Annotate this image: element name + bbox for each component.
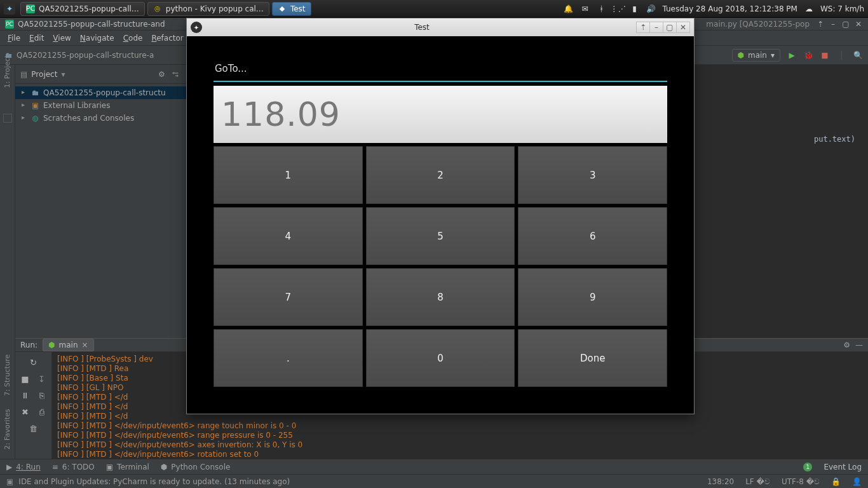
tree-node-project-root[interactable]: 🖿QA52021255-popup-call-structu xyxy=(15,86,186,99)
ide-close-icon[interactable]: ✕ xyxy=(854,20,863,29)
ide-title-right: main.py [QA52021255-pop xyxy=(706,20,810,29)
gutter-tab-structure[interactable]: 7: Structure xyxy=(4,355,12,396)
minimize-icon[interactable]: — xyxy=(855,341,863,349)
pause-icon[interactable]: ⏸ xyxy=(19,389,32,402)
pycharm-icon: PC xyxy=(26,4,35,13)
python-icon: ⬢ xyxy=(738,51,744,60)
tree-node-scratches[interactable]: ◍Scratches and Consoles xyxy=(15,112,186,125)
tool-run[interactable]: ▶ 4: Run xyxy=(6,463,41,471)
taskbar-app-pycharm[interactable]: PC QA52021255-popup-call… xyxy=(20,2,145,16)
editor-code-fragment: put.text) xyxy=(814,135,855,144)
encoding[interactable]: UTF-8 �ව xyxy=(782,477,820,486)
pycharm-icon: PC xyxy=(5,20,14,29)
debug-icon[interactable]: 🐞 xyxy=(803,50,813,60)
key-0[interactable]: 0 xyxy=(366,329,515,387)
wifi-icon[interactable]: ⋮⋰ xyxy=(613,4,623,14)
kivy-body: GoTo... 118.09 1 2 3 4 5 6 7 8 9 . 0 Don… xyxy=(187,36,694,414)
window-close-icon[interactable]: ✕ xyxy=(676,22,690,33)
popup-divider xyxy=(214,81,667,82)
menu-edit[interactable]: Edit xyxy=(25,32,48,44)
key-8[interactable]: 8 xyxy=(366,268,515,326)
menu-code[interactable]: Code xyxy=(119,32,147,44)
kivy-title: Test xyxy=(207,23,637,32)
run-icon[interactable]: ▶ xyxy=(787,50,797,60)
window-icon[interactable]: ▣ xyxy=(6,477,13,486)
python-icon: ⬢ xyxy=(48,341,55,349)
key-4[interactable]: 4 xyxy=(214,207,363,265)
stop-icon[interactable]: ■ xyxy=(820,50,830,60)
stop-icon[interactable]: ■ xyxy=(19,372,32,385)
key-5[interactable]: 5 xyxy=(366,207,515,265)
gear-icon[interactable]: ⚙ xyxy=(843,341,850,349)
gutter-tab-project[interactable]: 1: Project xyxy=(3,55,11,88)
bluetooth-icon[interactable]: ᚼ xyxy=(596,4,606,14)
taskbar-app-kivy[interactable]: ◆ Test xyxy=(272,2,311,16)
gutter-tab-favorites[interactable]: 2: Favorites xyxy=(4,409,12,450)
tree-node-external-libs[interactable]: ▣External Libraries xyxy=(15,99,186,112)
weather-icon[interactable]: ☁ xyxy=(804,4,814,14)
gear-icon[interactable]: ⚙ xyxy=(158,70,167,79)
tool-terminal[interactable]: ▣ Terminal xyxy=(106,463,149,471)
menu-view[interactable]: View xyxy=(49,32,74,44)
key-6[interactable]: 6 xyxy=(518,207,667,265)
menu-refactor[interactable]: Refactor xyxy=(147,32,187,44)
tool-python-console[interactable]: ⬢ Python Console xyxy=(161,463,231,471)
key-9[interactable]: 9 xyxy=(518,268,667,326)
popup-content: GoTo... 118.09 1 2 3 4 5 6 7 8 9 . 0 Don… xyxy=(214,63,667,387)
close-icon[interactable]: × xyxy=(82,341,88,349)
window-maximize-icon[interactable]: ▢ xyxy=(663,22,677,33)
breadcrumb[interactable]: QA52021255-popup-call-structure-a xyxy=(17,51,154,60)
ide-minimize-icon[interactable]: – xyxy=(829,20,837,29)
project-panel-title[interactable]: Project xyxy=(31,70,57,79)
run-config-selector[interactable]: ⬢ main ▾ xyxy=(732,49,781,62)
ide-pin-icon[interactable]: ⇡ xyxy=(816,20,825,29)
key-2[interactable]: 2 xyxy=(366,146,515,204)
window-minimize-icon[interactable]: – xyxy=(649,22,663,33)
hector-icon[interactable]: 👤 xyxy=(852,477,862,486)
ide-title-left: QA52021255-popup-call-structure-and xyxy=(18,20,165,29)
launcher-button[interactable]: ✦ xyxy=(4,3,15,15)
run-tab-label: main xyxy=(59,341,78,349)
line-ending[interactable]: LF �ව xyxy=(745,477,770,486)
key-done[interactable]: Done xyxy=(518,329,667,387)
ide-maximize-icon[interactable]: ▢ xyxy=(841,20,850,29)
x-icon[interactable]: ✖ xyxy=(19,405,32,418)
run-tab[interactable]: ⬢ main × xyxy=(43,339,94,351)
volume-icon[interactable]: 🔊 xyxy=(646,4,656,14)
trash-icon[interactable]: 🗑 xyxy=(27,422,40,435)
down-icon[interactable]: ↧ xyxy=(36,372,48,385)
bell-icon[interactable]: 🔔 xyxy=(563,4,573,14)
key-3[interactable]: 3 xyxy=(518,146,667,204)
weather-text: WS: 7 km/h xyxy=(820,4,864,13)
project-panel-header: ▤ Project ▾ ⚙ ⥃ xyxy=(15,65,186,84)
rerun-icon[interactable]: ↻ xyxy=(27,356,40,369)
tool-todo[interactable]: ≡ 6: TODO xyxy=(52,463,95,471)
chevron-down-icon: ▾ xyxy=(771,51,775,60)
key-dot[interactable]: . xyxy=(214,329,363,387)
clock[interactable]: Tuesday 28 Aug 2018, 12:12:38 PM xyxy=(662,4,797,13)
battery-icon[interactable]: ▮ xyxy=(629,4,639,14)
system-taskbar: ✦ PC QA52021255-popup-call… ◎ python - K… xyxy=(0,0,868,18)
event-log[interactable]: Event Log xyxy=(824,463,862,471)
menu-file[interactable]: File xyxy=(4,32,24,44)
lock-icon[interactable]: 🔒 xyxy=(831,477,841,486)
print-icon[interactable]: ⎙ xyxy=(36,405,48,418)
menu-navigate[interactable]: Navigate xyxy=(76,32,118,44)
window-pin-icon[interactable]: ⇡ xyxy=(636,22,650,33)
caret-position[interactable]: 138:20 xyxy=(707,477,734,486)
gutter-square-icon[interactable] xyxy=(3,114,12,123)
collapse-icon[interactable]: ⥃ xyxy=(172,70,181,79)
filter-icon[interactable]: ⎘ xyxy=(36,389,48,402)
search-icon[interactable]: 🔍 xyxy=(853,50,863,60)
key-1[interactable]: 1 xyxy=(214,146,363,204)
key-7[interactable]: 7 xyxy=(214,268,363,326)
status-message[interactable]: IDE and Plugin Updates: PyCharm is ready… xyxy=(18,477,290,486)
mail-icon[interactable]: ✉ xyxy=(580,4,590,14)
chevron-down-icon[interactable]: ▾ xyxy=(61,70,65,79)
library-icon: ▣ xyxy=(32,101,41,110)
kivy-titlebar[interactable]: ✦ Test ⇡ – ▢ ✕ xyxy=(187,18,694,36)
numeric-display[interactable]: 118.09 xyxy=(214,86,667,143)
taskbar-app-label: QA52021255-popup-call… xyxy=(39,4,139,13)
taskbar-app-chrome[interactable]: ◎ python - Kivy popup cal… xyxy=(147,2,269,16)
project-combo-icon[interactable]: ▤ xyxy=(20,70,27,79)
